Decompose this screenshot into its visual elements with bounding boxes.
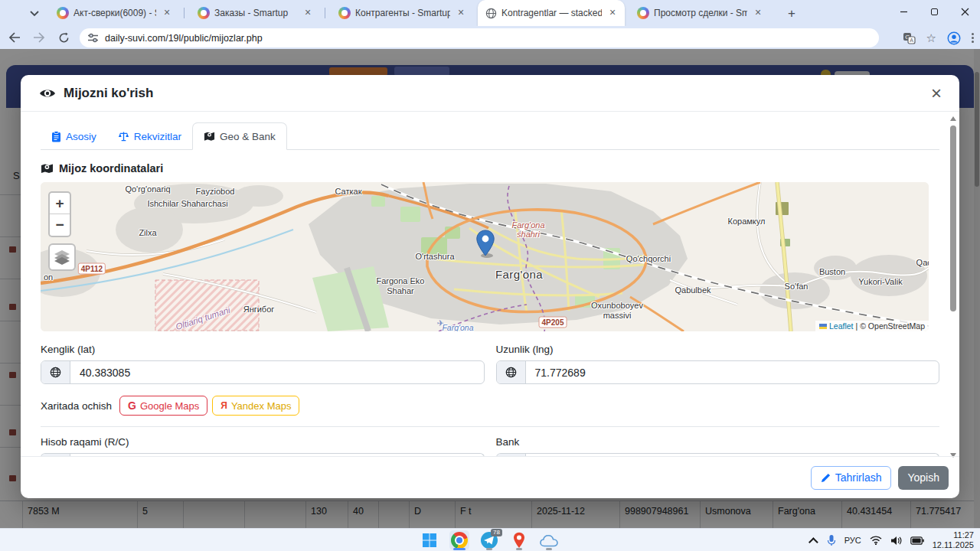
cloud-taskbar-button[interactable] <box>539 530 559 550</box>
osm-link[interactable]: © OpenStreetMap <box>860 321 925 331</box>
close-window-button[interactable] <box>949 0 980 23</box>
map-label: Qaq <box>916 258 929 267</box>
tab-rekvizitlar[interactable]: Rekvizitlar <box>107 122 192 150</box>
map-label: Ishchilar Shaharchasi <box>147 199 227 208</box>
modal-scrollbar[interactable] <box>949 116 957 458</box>
browser-tab-4-active[interactable]: Kontragentlar — stacked modal × <box>478 0 625 26</box>
modal-footer: Tahrirlash Yopish <box>21 456 959 498</box>
bookmark-star-icon[interactable]: ☆ <box>926 31 936 45</box>
tray-clock[interactable]: 11:27 12.11.2025 <box>933 530 974 550</box>
google-g-icon: G <box>128 399 136 412</box>
browser-tab-strip: Акт-сверки(6009) - Smartup × Заказы - Sm… <box>0 0 980 26</box>
road-shield: 4P205 <box>539 317 567 328</box>
tab-close-icon[interactable]: × <box>302 7 314 19</box>
scroll-up-arrow[interactable] <box>950 116 956 121</box>
map-pin-red-icon <box>513 532 525 549</box>
running-indicator <box>486 548 492 550</box>
translate-icon[interactable]: GA <box>903 32 916 44</box>
attribution-separator: | <box>855 321 858 331</box>
tab-title: Просмотр сделки - Smartup <box>654 8 747 18</box>
running-indicator <box>516 548 522 550</box>
button-label: Google Maps <box>140 400 199 412</box>
maps-taskbar-button[interactable] <box>509 530 529 550</box>
map-label: Qabulbek <box>675 285 710 295</box>
lng-input[interactable]: 71.772689 <box>526 361 939 383</box>
tab-search-button[interactable] <box>23 5 46 22</box>
window-controls <box>888 0 980 26</box>
browser-tab-3[interactable]: Контрагенты - Smartup × <box>331 0 473 26</box>
back-button[interactable] <box>5 28 24 47</box>
edit-button[interactable]: Tahrirlash <box>811 466 892 490</box>
tab-geo-bank-active[interactable]: Geo & Bank <box>192 122 287 150</box>
map-label: Farg'ona shahri <box>501 220 555 239</box>
battery-icon[interactable] <box>910 536 924 545</box>
zoom-out-button[interactable]: − <box>50 214 70 236</box>
language-indicator[interactable]: РУС <box>844 536 861 545</box>
leaflet-link[interactable]: Leaflet <box>829 321 854 331</box>
tray-time: 11:27 <box>933 530 974 540</box>
tab-separator <box>184 8 185 18</box>
address-bar[interactable]: daily-suvi.com/19l/public/mijozlar.php <box>80 28 879 47</box>
tab-label: Geo & Bank <box>220 131 276 142</box>
tab-close-icon[interactable]: × <box>455 7 467 19</box>
google-maps-button[interactable]: G Google Maps <box>119 396 207 416</box>
tab-close-icon[interactable]: × <box>161 7 173 19</box>
lat-input[interactable]: 40.383085 <box>70 361 484 383</box>
layers-icon <box>54 249 70 265</box>
site-info-icon[interactable] <box>87 33 99 43</box>
browser-tab-5[interactable]: Просмотр сделки - Smartup × <box>629 0 770 26</box>
new-tab-button[interactable]: + <box>782 5 801 23</box>
forward-button[interactable] <box>29 28 49 47</box>
map-label: Qo'chqorchi <box>626 254 671 263</box>
lng-label: Uzunlik (lng) <box>496 344 940 355</box>
map-label: Buston <box>819 267 845 276</box>
map-label: Саткак <box>335 187 362 196</box>
tab-title: Kontragentlar — stacked modal <box>501 8 602 18</box>
map-label: on <box>44 272 53 282</box>
modal-tabs: Asosiy Rekvizitlar Geo & Bank <box>41 122 939 150</box>
tray-chevron-icon[interactable] <box>808 537 818 547</box>
map-label: Корамкул <box>728 217 766 226</box>
chrome-icon <box>451 532 468 549</box>
browser-menu-icon[interactable] <box>972 33 974 43</box>
url-text: daily-suvi.com/19l/public/mijozlar.php <box>105 33 263 44</box>
modal-close-icon[interactable]: × <box>926 83 947 104</box>
eye-icon <box>39 87 56 99</box>
map-label: Янгибог <box>243 305 275 314</box>
wifi-icon[interactable] <box>870 536 882 545</box>
section-title: Mijoz koordinatalari <box>59 162 163 174</box>
maximize-button[interactable] <box>919 0 949 23</box>
close-button[interactable]: Yopish <box>898 466 949 490</box>
smartup-favicon <box>338 7 351 19</box>
telegram-taskbar-button[interactable]: 78 <box>479 530 499 550</box>
chevron-down-icon <box>30 11 39 17</box>
minimize-button[interactable] <box>888 0 919 23</box>
map-label: Oxunboboyev massivi <box>582 301 652 320</box>
tab-asosiy[interactable]: Asosiy <box>41 122 107 150</box>
zoom-in-button[interactable]: + <box>50 193 70 214</box>
browser-tab-2[interactable]: Заказы - Smartup × <box>190 0 320 26</box>
leaflet-map[interactable]: Qo'rg'onariq Fayziobod Ishchilar Shaharc… <box>41 182 929 331</box>
refresh-button[interactable] <box>54 28 74 47</box>
tab-separator <box>325 8 325 18</box>
map-layers-control[interactable] <box>48 243 76 271</box>
microphone-icon[interactable] <box>827 534 836 546</box>
browser-tab-1[interactable]: Акт-сверки(6009) - Smartup × <box>49 0 179 26</box>
profile-avatar-icon[interactable] <box>947 31 961 45</box>
tab-title: Заказы - Smartup <box>214 8 297 18</box>
scrollbar-thumb[interactable] <box>950 126 956 311</box>
pencil-icon <box>821 473 831 483</box>
map-label-city: Farg'ona <box>495 268 543 281</box>
speaker-icon[interactable] <box>890 536 902 546</box>
start-button[interactable] <box>420 530 439 550</box>
tab-close-icon[interactable]: × <box>606 7 619 19</box>
yandex-maps-button[interactable]: Я Yandex Maps <box>212 396 299 416</box>
tab-close-icon[interactable]: × <box>752 7 764 19</box>
map-marker[interactable] <box>475 230 495 259</box>
smartup-favicon <box>198 7 210 19</box>
chrome-taskbar-button[interactable] <box>449 530 469 550</box>
clipboard-icon <box>51 131 61 142</box>
divider <box>41 426 939 427</box>
tray-date: 12.11.2025 <box>933 540 974 550</box>
modal-body: Asosiy Rekvizitlar Geo & Bank Mijoz koor… <box>21 112 959 456</box>
